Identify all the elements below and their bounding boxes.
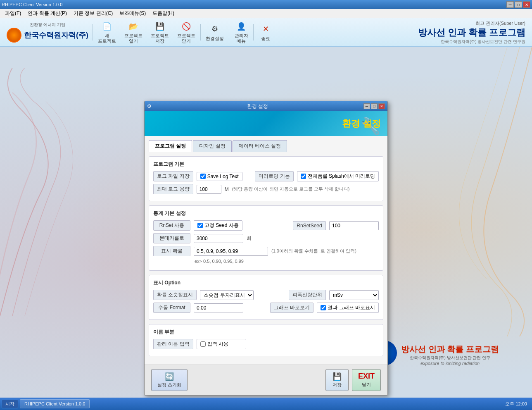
background-area: C 방사선 인과 확률 프로그램 한국수력원자력(주) 방사선보건단 관련 연구… [0,47,532,410]
preview-checkbox[interactable] [301,174,306,179]
menu-help[interactable]: 도움말(H) [149,9,178,18]
display-prob-example: ex> 0.5, 0.90, 0.95, 0.99 [195,259,244,264]
manual-format-input[interactable] [194,303,243,312]
save-project-icon: 💾 [154,21,166,32]
prob-decimal-select[interactable]: 소숫점 두자리표시 소숫점 세자리표시 소숫점 네자리표시 [200,290,254,300]
open-project-button[interactable]: 📂 프로젝트열기 [121,19,146,45]
env-settings-button[interactable]: ⚙ 환경설정 [202,21,227,43]
separator-4 [253,24,254,41]
graph-label: 그래프 바로보기 [270,303,314,313]
display-prob-input[interactable] [194,247,268,256]
program-basics-section: 프로그램 기본 로그 파일 저장 Save Log Text 미리로딩 기능 [149,156,383,201]
tab-database-settings[interactable]: 데이터 베이스 설정 [233,140,287,152]
settings-dialog: ⚙ 환경 설정 ─ □ ✕ 환경 설정 🔧 프로그램 설정 디자인 설정 [144,101,388,396]
montecarlo-row: 몬테카를로 회 [153,233,379,243]
close-dialog-icon: EXIT [358,372,375,381]
preview-checkbox-label[interactable]: 전체품를 Splash에서 미리로딩 [297,171,379,181]
statistics-section: 통계 기본 설정 RnSet 사용 고정 Seed 사용 RnSetSeed [149,205,383,271]
max-log-note: (해당 용량 이상이 되면 자동으로 로그를 모두 삭제 합니다) [232,186,350,192]
rnset-seed-input[interactable] [329,221,379,230]
rnset-checkbox[interactable] [197,223,203,228]
graph-checkbox[interactable] [321,305,326,310]
toolbar: 📄 새프로젝트 📂 프로젝트열기 💾 프로젝트저장 🚫 프로젝트닫기 ⚙ 환경설… [93,19,276,45]
close-dialog-button[interactable]: EXIT 닫기 [352,369,381,391]
log-save-checkbox-label[interactable]: Save Log Text [197,172,242,181]
admin-name-row: 관리 이름 입력 입력 사용 [153,339,379,349]
rnset-text: 고정 Seed 사용 [204,222,239,229]
save-button[interactable]: 💾 저장 [325,369,349,391]
name-section-title: 이름 부분 [153,329,379,336]
graph-checkbox-label[interactable]: 결과 그래프 바로표시 [317,303,379,313]
program-basics-title: 프로그램 기본 [153,161,379,168]
dialog-content: 프로그램 설정 디자인 설정 데이터 베이스 설정 프로그램 기본 로그 파일 … [145,136,387,365]
menu-calc[interactable]: 인과 확률 계산(P) [24,9,70,18]
taskbar: 시작 RHIPEPC Client Version 1.0.0 오후 12:00 [0,398,532,410]
close-project-label: 프로젝트닫기 [177,33,195,44]
logo-tagline: 친환경 에너지 기업 [30,22,65,28]
start-button[interactable]: 시작 [2,400,18,408]
dialog-minimize-button[interactable]: ─ [363,103,370,109]
display-prob-example-row: ex> 0.5, 0.90, 0.95, 0.99 [153,259,379,264]
separator-2 [200,24,201,41]
close-button[interactable]: ✕ [523,1,530,8]
display-options-title: 표시 Option [153,279,379,286]
header-left: 친환경 에너지 기업 한국수력원자력(주) 📄 새프로젝트 📂 프로젝트열기 💾… [7,19,276,45]
dialog-maximize-button[interactable]: □ [371,103,378,109]
exit-button[interactable]: ✕ 종료 [255,21,276,43]
env-settings-label: 환경설정 [206,36,224,42]
save-project-label: 프로젝트저장 [151,33,169,44]
exposure-unit-select[interactable]: mSv Sv mGy Gy [329,290,379,300]
admin-menu-button[interactable]: 👤 관리자메뉴 [231,19,252,45]
footer-right-buttons: 💾 저장 EXIT 닫기 [325,369,381,391]
log-save-checkbox[interactable] [200,174,206,179]
rnset-label: RnSet 사용 [153,220,190,231]
max-log-label: 최대 로그 용량 [153,184,193,194]
close-dialog-label: 닫기 [362,381,371,388]
rnset-checkbox-label[interactable]: 고정 Seed 사용 [194,220,242,231]
max-log-unit: M [225,186,229,192]
menu-tools[interactable]: 보조메뉴(S) [116,9,149,18]
input-use-checkbox-label[interactable]: 입력 사용 [197,339,246,349]
taskbar-time: 오후 12:00 [505,401,530,407]
close-project-button[interactable]: 🚫 프로젝트닫기 [174,19,199,45]
dialog-title-bar: ⚙ 환경 설정 ─ □ ✕ [145,101,387,111]
dialog-close-button[interactable]: ✕ [378,103,385,109]
graph-text: 결과 그래프 바로표시 [328,304,375,311]
montecarlo-unit: 회 [247,235,252,242]
manual-format-row: 수동 Format 그래프 바로보기 결과 그래프 바로표시 [153,303,379,313]
preview-label: 미리로딩 기능 [255,171,293,181]
montecarlo-input[interactable] [194,234,243,243]
app-subtitle: 한국수력원자력(주) 방사선보건단 관련 연구원 [418,39,525,45]
new-project-button[interactable]: 📄 새프로젝트 [95,19,119,45]
user-label: 최고 관리자(Super User) [418,20,525,26]
input-use-text: 입력 사용 [207,341,228,348]
separator-1 [93,24,93,41]
exit-label: 종료 [261,36,270,42]
save-project-button[interactable]: 💾 프로젝트저장 [147,19,172,45]
modal-overlay: ⚙ 환경 설정 ─ □ ✕ 환경 설정 🔧 프로그램 설정 디자인 설정 [0,47,532,410]
tab-design-settings[interactable]: 디자인 설정 [193,140,231,152]
manual-format-label: 수동 Format [153,303,190,313]
input-use-checkbox[interactable] [200,341,206,347]
taskbar-app-item[interactable]: RHIPEPC Client Version 1.0.0 [20,399,90,408]
title-bar: RHIPEPC Client Version 1.0.0 ─ □ ✕ [0,0,532,9]
statistics-title: 통계 기본 설정 [153,210,379,217]
close-project-icon: 🚫 [180,21,192,32]
minimize-button[interactable]: ─ [506,1,514,8]
preview-text: 전체품를 Splash에서 미리로딩 [308,173,375,180]
menu-info[interactable]: 기준 정보 관리(C) [70,9,116,18]
menu-file[interactable]: 파일(F) [2,9,24,18]
maximize-button[interactable]: □ [515,1,522,8]
new-project-icon: 📄 [101,21,113,32]
admin-menu-label: 관리자메뉴 [235,33,248,44]
rnset-row: RnSet 사용 고정 Seed 사용 RnSetSeed [153,220,379,231]
save-label: 저장 [332,382,342,388]
app-header: 친환경 에너지 기업 한국수력원자력(주) 📄 새프로젝트 📂 프로젝트열기 💾… [0,18,532,47]
display-prob-row: 표시 확률 (1.0이하의 확률 수치를 ,로 연결하여 입력) [153,246,379,256]
reset-button[interactable]: 🔄 설정 초기화 [151,369,188,391]
max-log-input[interactable] [197,185,221,194]
log-save-row: 로그 파일 저장 Save Log Text 미리로딩 기능 전체품를 Spla… [153,171,379,181]
save-icon: 💾 [332,372,342,381]
admin-menu-icon: 👤 [235,21,247,32]
tab-program-settings[interactable]: 프로그램 설정 [149,140,192,152]
